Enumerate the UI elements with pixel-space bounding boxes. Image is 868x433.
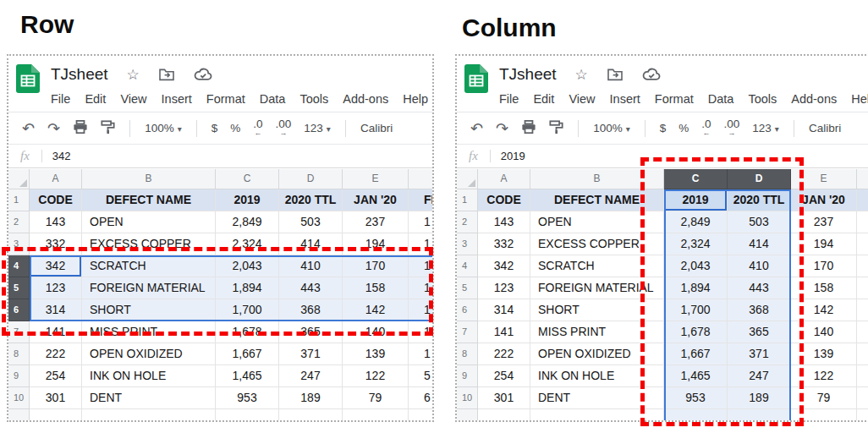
number-format-menu[interactable]: 123▾ xyxy=(752,122,779,134)
cell-C10[interactable]: 953 xyxy=(216,387,279,409)
menu-item-view[interactable]: View xyxy=(569,92,595,106)
row-header-8[interactable]: 8 xyxy=(8,343,30,365)
cell-C5[interactable]: 1,894 xyxy=(216,277,279,299)
column-header-C[interactable]: C xyxy=(216,169,279,189)
cell-B9[interactable]: INK ON HOLE xyxy=(82,365,216,387)
cell-E10[interactable]: 79 xyxy=(791,387,857,409)
row-header-7[interactable]: 7 xyxy=(8,321,30,343)
cell-B8[interactable]: OPEN OXIDIZED xyxy=(530,343,664,365)
cell-C9[interactable]: 1,465 xyxy=(664,365,728,387)
cell-B3[interactable]: EXCESS COPPER xyxy=(82,233,216,255)
menu-item-format[interactable]: Format xyxy=(206,92,245,106)
cell-B2[interactable]: OPEN xyxy=(82,211,216,233)
cell-B5[interactable]: FOREIGN MATERIAL xyxy=(530,277,664,299)
cell-E11[interactable] xyxy=(343,409,409,420)
cell-D5[interactable]: 443 xyxy=(279,277,343,299)
cell-F7[interactable]: 1 xyxy=(409,321,432,343)
menu-item-edit[interactable]: Edit xyxy=(533,92,554,106)
redo-icon[interactable]: ↷ xyxy=(47,121,60,136)
cell-F5[interactable]: 1 xyxy=(409,277,432,299)
row-header-6[interactable]: 6 xyxy=(8,299,30,321)
cell-B8[interactable]: OPEN OXIDIZED xyxy=(82,343,216,365)
undo-icon[interactable]: ↶ xyxy=(22,121,35,136)
cell-F8[interactable]: 1 xyxy=(857,343,868,365)
cell-C8[interactable]: 1,667 xyxy=(664,343,728,365)
row-header-11[interactable] xyxy=(457,409,478,420)
cell-D8[interactable]: 371 xyxy=(728,343,791,365)
formula-bar[interactable]: fx 342 xyxy=(8,144,432,168)
format-currency-button[interactable]: $ xyxy=(660,122,667,134)
cell-D1[interactable]: 2020 TTL xyxy=(728,189,791,211)
star-icon[interactable]: ☆ xyxy=(575,68,588,82)
cell-C7[interactable]: 1,678 xyxy=(216,321,279,343)
cell-B2[interactable]: OPEN xyxy=(530,211,664,233)
row-header-4[interactable]: 4 xyxy=(8,255,30,277)
select-all-corner[interactable] xyxy=(8,169,30,189)
format-currency-button[interactable]: $ xyxy=(212,122,218,134)
cell-D8[interactable]: 371 xyxy=(279,343,343,365)
row-header-6[interactable]: 6 xyxy=(457,299,478,321)
cell-D3[interactable]: 414 xyxy=(728,233,791,255)
column-header-C[interactable]: C xyxy=(664,169,728,189)
document-title[interactable]: TJsheet xyxy=(51,65,108,84)
cell-C11[interactable] xyxy=(664,409,728,420)
cell-F5[interactable]: 1 xyxy=(857,277,868,299)
menu-item-edit[interactable]: Edit xyxy=(85,92,106,106)
menu-item-help[interactable]: Help xyxy=(403,92,428,106)
cell-C3[interactable]: 2,324 xyxy=(664,233,728,255)
increase-decimal-button[interactable]: .00→ xyxy=(276,119,292,138)
cell-C10[interactable]: 953 xyxy=(664,387,728,409)
cell-F7[interactable]: 1 xyxy=(857,321,868,343)
cell-E4[interactable]: 170 xyxy=(791,255,857,277)
cell-B6[interactable]: SHORT xyxy=(530,299,664,321)
cell-B7[interactable]: MISS PRINT xyxy=(82,321,216,343)
cell-C1[interactable]: 2019 xyxy=(664,189,728,211)
cell-C8[interactable]: 1,667 xyxy=(216,343,279,365)
print-icon[interactable] xyxy=(73,120,88,137)
cell-D3[interactable]: 414 xyxy=(279,233,343,255)
formula-input[interactable]: 342 xyxy=(52,150,71,162)
cell-F3[interactable]: 1 xyxy=(857,233,868,255)
row-header-5[interactable]: 5 xyxy=(8,277,30,299)
cell-E3[interactable]: 194 xyxy=(343,233,409,255)
cell-A4[interactable]: 342 xyxy=(30,255,82,277)
cell-B1[interactable]: DEFECT NAME xyxy=(530,189,664,211)
cell-C2[interactable]: 2,849 xyxy=(216,211,279,233)
cell-F10[interactable]: 6 xyxy=(857,387,868,409)
document-title[interactable]: TJsheet xyxy=(499,65,557,84)
cell-A3[interactable]: 332 xyxy=(478,233,530,255)
column-header-A[interactable]: A xyxy=(30,169,82,189)
cell-E7[interactable]: 140 xyxy=(343,321,409,343)
row-header-8[interactable]: 8 xyxy=(457,343,478,365)
cell-B5[interactable]: FOREIGN MATERIAL xyxy=(82,277,216,299)
cell-C11[interactable] xyxy=(216,409,279,420)
cell-D7[interactable]: 365 xyxy=(728,321,791,343)
cell-D7[interactable]: 365 xyxy=(279,321,343,343)
move-folder-icon[interactable] xyxy=(158,68,175,81)
menu-item-tools[interactable]: Tools xyxy=(299,92,328,106)
cell-B9[interactable]: INK ON HOLE xyxy=(530,365,664,387)
row-header-11[interactable] xyxy=(8,409,30,420)
cell-A7[interactable]: 141 xyxy=(478,321,530,343)
zoom-select[interactable]: 100%▾ xyxy=(145,122,182,134)
cell-A8[interactable]: 222 xyxy=(30,343,82,365)
cell-E6[interactable]: 142 xyxy=(791,299,857,321)
column-header-A[interactable]: A xyxy=(478,169,530,189)
menu-item-data[interactable]: Data xyxy=(708,92,734,106)
cell-F2[interactable]: 1 xyxy=(857,211,868,233)
cell-C5[interactable]: 1,894 xyxy=(664,277,728,299)
row-header-9[interactable]: 9 xyxy=(8,365,30,387)
cell-A9[interactable]: 254 xyxy=(478,365,530,387)
paint-format-icon[interactable] xyxy=(101,120,115,137)
cell-C4[interactable]: 2,043 xyxy=(664,255,728,277)
menu-item-tools[interactable]: Tools xyxy=(748,92,777,106)
paint-format-icon[interactable] xyxy=(549,120,563,137)
cell-D2[interactable]: 503 xyxy=(728,211,791,233)
row-header-10[interactable]: 10 xyxy=(457,387,478,409)
cell-E7[interactable]: 140 xyxy=(791,321,857,343)
column-header-E[interactable]: E xyxy=(343,169,409,189)
column-header-E[interactable]: E xyxy=(791,169,857,189)
row-header-3[interactable]: 3 xyxy=(457,233,478,255)
cell-E1[interactable]: JAN '20 xyxy=(791,189,857,211)
print-icon[interactable] xyxy=(521,120,536,137)
